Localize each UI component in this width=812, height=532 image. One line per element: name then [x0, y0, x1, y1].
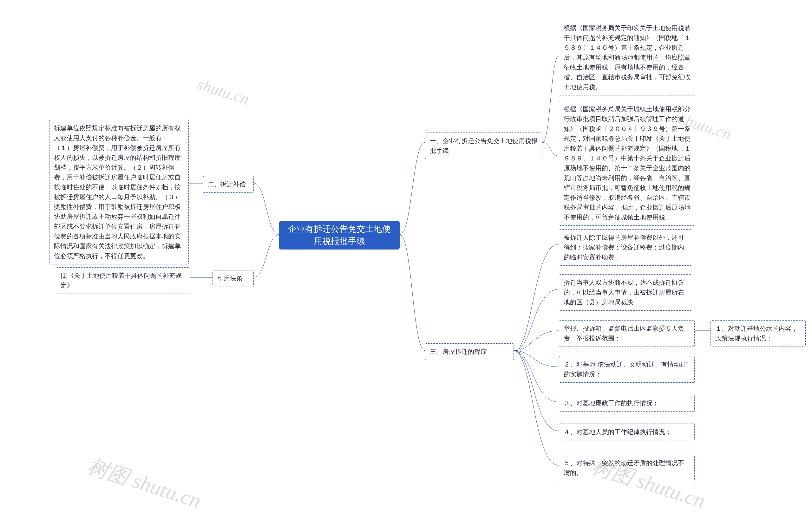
branch-3-child-2[interactable]: 拆迁当事人双方协商不成，达不成拆迁协议的，可以经当事人申请，由被拆迁房屋所在地的…	[559, 274, 692, 311]
branch-3-child-5[interactable]: ３、对基地廉政工作的执行情况；	[559, 395, 695, 412]
branch-ref[interactable]: 引用法条	[213, 270, 254, 287]
branch-3-child-1[interactable]: 被拆迁人除了应得的房屋补偿费以外，还可得到：搬家补偿费；设备迁移费；过度期内的临…	[559, 229, 692, 266]
branch-1-child-2[interactable]: 根据《国家税务总局关于城镇土地使用税部分行政审批项目取消后加强后续管理工作的通知…	[559, 101, 695, 226]
branch-ref-child[interactable]: [1]《关于土地使用税若干具体问题的补充规定》	[56, 267, 190, 294]
branch-3-child-3-sub-1[interactable]: １、对动迁基地公示的内容，政策法规执行情况；	[710, 320, 806, 347]
branch-2[interactable]: 二、拆迁补偿	[203, 176, 254, 193]
branch-3-child-7[interactable]: ５、对特殊、突发的动迁矛盾的处理情况不满的。	[559, 455, 695, 481]
branch-3-child-6[interactable]: ４、对基地人员的工作纪律执行情况；	[559, 424, 695, 440]
branch-3-child-3[interactable]: 举报、投诉箱、监督电话由区监察委专人负责。举报投诉范围：	[559, 320, 695, 347]
branch-1[interactable]: 一、企业有拆迁公告免交土地使用税报批手续	[425, 133, 542, 159]
branch-1-child-1[interactable]: 根据《国家税务局关于印发关于土地使用税若干具体问题的补充规定的通知》（国税地〔１…	[559, 20, 695, 95]
branch-3-child-4[interactable]: ２、对基地“依法动迁、文明动迁、有情动迁”的实施情况；	[559, 356, 695, 383]
watermark: 树图 shutu.cn	[84, 452, 205, 515]
branch-3[interactable]: 三、房屋拆迁的程序	[425, 343, 514, 360]
root-node[interactable]: 企业有拆迁公告免交土地使用税报批手续	[279, 221, 400, 250]
watermark: shutu.cn	[195, 74, 251, 108]
branch-2-child[interactable]: 拆建单位依照规定标准向被拆迁房屋的所有权人或使用人支付的各种补偿金。一般有：（１…	[49, 120, 189, 264]
